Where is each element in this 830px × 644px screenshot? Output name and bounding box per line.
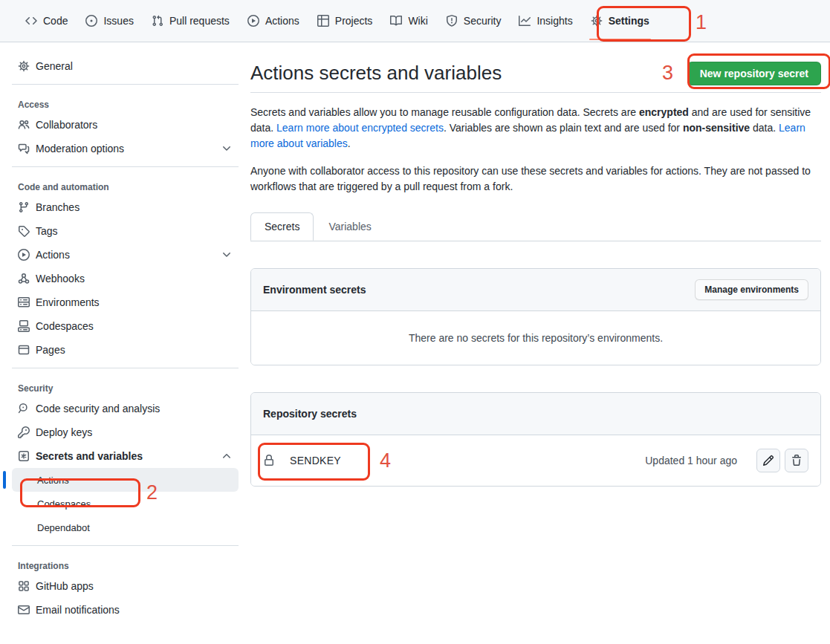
tag-icon: [18, 225, 30, 237]
page-header: Actions secrets and variables New reposi…: [250, 60, 821, 93]
edit-secret-button[interactable]: [756, 449, 780, 472]
sidebar-item-tags[interactable]: Tags: [12, 219, 239, 243]
new-repository-secret-button[interactable]: New repository secret: [687, 62, 821, 85]
sidebar-subitem-codespaces[interactable]: Codespaces: [12, 492, 239, 515]
sidebar-item-label: Collaborators: [36, 119, 97, 131]
nav-tab-projects[interactable]: Projects: [308, 0, 382, 42]
chevron-up-icon: [221, 450, 233, 462]
sidebar-divider: [12, 84, 239, 85]
nav-tab-label: Pull requests: [169, 15, 230, 27]
environment-secrets-header: Environment secrets Manage environments: [251, 269, 820, 311]
secret-updated-timestamp: Updated 1 hour ago: [645, 455, 737, 466]
nav-tab-issues[interactable]: Issues: [77, 0, 142, 42]
play-icon: [247, 15, 259, 27]
book-icon: [390, 15, 402, 27]
nav-tab-pull-requests[interactable]: Pull requests: [143, 0, 239, 42]
sidebar-divider: [12, 368, 239, 368]
bold-text: non-sensitive: [683, 122, 750, 134]
secret-row-sendkey: SENDKEYUpdated 1 hour ago: [251, 435, 820, 486]
nav-tab-label: Security: [464, 15, 502, 27]
environment-secrets-empty-state: There are no secrets for this repository…: [251, 311, 820, 365]
apps-icon: [18, 580, 30, 592]
secret-name: SENDKEY: [290, 455, 341, 466]
nav-tab-label: Actions: [265, 15, 299, 27]
sidebar-subitem-actions[interactable]: Actions: [12, 468, 239, 492]
sidebar-item-codespaces[interactable]: Codespaces: [12, 314, 239, 338]
sidebar-item-code-security-and-analysis[interactable]: Code security and analysis: [12, 397, 239, 420]
sidebar-item-deploy-keys[interactable]: Deploy keys: [12, 420, 239, 444]
delete-secret-button[interactable]: [785, 449, 808, 472]
browser-icon: [18, 344, 30, 356]
play-icon: [18, 249, 30, 261]
repository-secrets-header: Repository secrets: [251, 393, 820, 435]
sidebar-item-label: Deploy keys: [36, 426, 92, 438]
branch-icon: [18, 201, 30, 213]
server-icon: [18, 296, 30, 308]
sidebar-item-email-notifications[interactable]: Email notifications: [12, 598, 239, 622]
nav-tab-insights[interactable]: Insights: [510, 0, 581, 42]
pull-request-icon: [152, 15, 163, 27]
nav-tab-settings[interactable]: Settings: [582, 0, 658, 42]
nav-tab-code[interactable]: Code: [16, 0, 77, 42]
repository-secrets-box: Repository secrets SENDKEYUpdated 1 hour…: [250, 392, 821, 487]
settings-sidebar: GeneralAccessCollaboratorsModeration opt…: [0, 42, 250, 622]
chevron-down-icon: [221, 249, 233, 261]
sidebar-item-label: Secrets and variables: [36, 450, 143, 462]
manage-environments-button[interactable]: Manage environments: [695, 279, 808, 300]
sidebar-item-label: General: [36, 60, 73, 72]
text: Secrets and variables allow you to manag…: [250, 106, 639, 118]
sidebar-section-header-access: Access: [12, 91, 239, 113]
sidebar-section-header-code-and-automation: Code and automation: [12, 173, 239, 195]
sidebar-section-header-security: Security: [12, 374, 239, 397]
nav-tab-label: Settings: [609, 15, 649, 27]
sidebar-item-moderation-options[interactable]: Moderation options: [12, 137, 239, 160]
sidebar-item-label: Codespaces: [36, 320, 94, 332]
tab-variables[interactable]: Variables: [314, 212, 386, 241]
sidebar-item-label: Tags: [36, 225, 58, 237]
table-icon: [317, 15, 329, 27]
sidebar-divider: [12, 166, 239, 167]
tab-secrets-label: Secrets: [265, 221, 299, 232]
sidebar-section-header-integrations: Integrations: [12, 552, 239, 574]
tab-secrets[interactable]: Secrets: [250, 212, 314, 241]
sidebar-item-label: Branches: [36, 201, 80, 213]
sidebar-divider: [12, 545, 239, 546]
nav-tab-actions[interactable]: Actions: [239, 0, 308, 42]
sidebar-item-actions[interactable]: Actions: [12, 243, 239, 267]
sidebar-item-label: Webhooks: [36, 273, 85, 284]
sidebar-item-branches[interactable]: Branches: [12, 195, 239, 219]
sidebar-item-general[interactable]: General: [12, 54, 239, 78]
sidebar-item-label: Environments: [36, 296, 100, 308]
sidebar-item-label: Pages: [36, 344, 65, 356]
sidebar-item-label: Code security and analysis: [36, 403, 160, 414]
nav-tab-wiki[interactable]: Wiki: [381, 0, 436, 42]
environment-secrets-title: Environment secrets: [263, 281, 366, 299]
sidebar-item-secrets-and-variables[interactable]: Secrets and variables: [12, 444, 239, 468]
pencil-icon: [762, 455, 774, 466]
gear-icon: [18, 60, 30, 72]
sidebar-subitem-dependabot[interactable]: Dependabot: [12, 515, 239, 539]
webhook-icon: [18, 273, 30, 284]
repo-tab-nav: CodeIssuesPull requestsActionsProjectsWi…: [0, 0, 830, 42]
sidebar-item-label: GitHub apps: [36, 580, 94, 592]
sidebar-item-collaborators[interactable]: Collaborators: [12, 113, 239, 137]
codespaces-icon: [18, 320, 30, 332]
sidebar-item-github-apps[interactable]: GitHub apps: [12, 574, 239, 598]
sidebar-item-environments[interactable]: Environments: [12, 290, 239, 314]
issue-icon: [85, 15, 97, 27]
codescan-icon: [18, 403, 30, 414]
intro-paragraph: Secrets and variables allow you to manag…: [250, 105, 821, 152]
graph-icon: [519, 15, 531, 27]
access-note: Anyone with collaborator access to this …: [250, 163, 821, 195]
nav-tab-label: Code: [43, 15, 68, 27]
sidebar-item-pages[interactable]: Pages: [12, 338, 239, 362]
inline-link[interactable]: Learn more about encrypted secrets: [276, 122, 444, 134]
sidebar-item-webhooks[interactable]: Webhooks: [12, 267, 239, 290]
shield-icon: [446, 15, 458, 27]
nav-tab-label: Issues: [103, 15, 133, 27]
nav-tab-security[interactable]: Security: [437, 0, 510, 42]
tab-variables-label: Variables: [328, 221, 371, 232]
nav-tab-label: Insights: [536, 15, 572, 27]
repository-secrets-title: Repository secrets: [263, 405, 357, 423]
chevron-down-icon: [221, 143, 233, 155]
